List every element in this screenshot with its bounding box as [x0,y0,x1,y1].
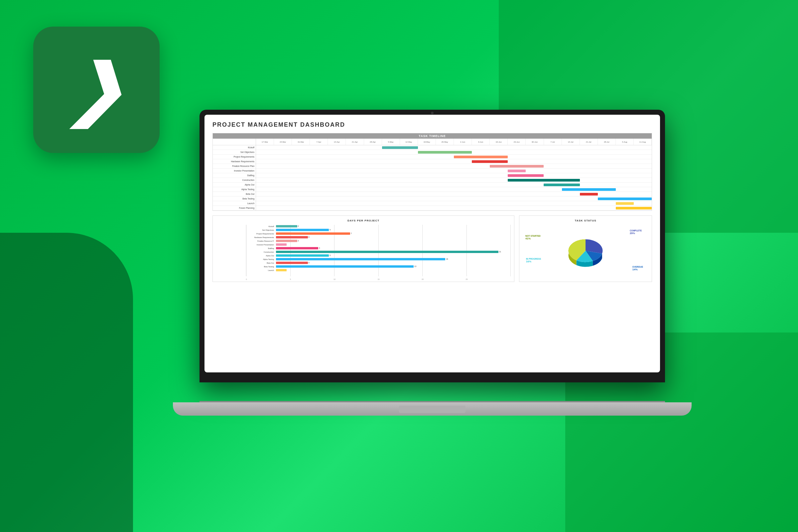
gantt-date-col: 31-Mar [292,139,310,145]
gantt-row [256,173,652,178]
pie-chart-title: TASK STATUS [523,219,648,222]
bar-track: 5 [276,229,329,231]
gantt-label-row: Launch [213,201,256,206]
gantt-bar [472,160,508,163]
gantt-label-header [213,139,256,145]
gantt-label-row: Beta Testing [213,196,256,201]
gantt-header: TASK TIMELINE [213,133,652,139]
bar-track: 3 [276,236,308,239]
gantt-bar [508,174,544,177]
gantt-date-col: 23-Jun [508,139,526,145]
gantt-row [256,169,652,173]
gantt-row [256,196,652,201]
bar-label: Launch [246,269,275,271]
pie-label-complete: COMPLETE29% [630,229,642,235]
gantt-date-col: 14-Jul [562,139,580,145]
bar-label: Hardware Requirements [246,236,275,239]
bar-track: 7 [276,232,350,235]
webcam [431,112,434,114]
gantt-row [256,178,652,183]
bar-chart-title: DAYS PER PROJECT [216,219,511,222]
gantt-date-col: 28-Apr [364,139,382,145]
bar-label: Investor Presentation [246,244,275,246]
bar-track: 2 [276,240,297,242]
gantt-date-col: 24-Mar [274,139,292,145]
laptop-screen-bezel: PROJECT MANAGEMENT DASHBOARD TASK TIMELI… [200,110,665,382]
bar-track: 4 [276,247,318,249]
laptop-screen: PROJECT MANAGEMENT DASHBOARD TASK TIMELI… [205,115,660,373]
bar-track: 21 [276,251,498,253]
gantt-bar [490,165,544,168]
bar-label: Finalize Resource P. [246,240,275,242]
gantt-body: Kickoff Set Objectives Project Requireme… [213,139,652,210]
bar-chart-row: Launch [246,269,511,272]
gantt-date-col: 28-Jul [598,139,616,145]
pie-svg [559,227,612,274]
gantt-label-row: Finalize Resource Plan [213,164,256,169]
gantt-bar [454,156,508,158]
gantt-bar [544,184,580,186]
bar-track: 5 [276,254,329,257]
gantt-row [256,155,652,159]
gantt-date-col: 30-Jun [526,139,544,145]
gantt-label-row: Alpha Testing [213,187,256,192]
dashboard: PROJECT MANAGEMENT DASHBOARD TASK TIMELI… [205,115,660,373]
gantt-date-col: 2-Jun [454,139,472,145]
bar-chart-row: Alpha Testing16 [246,258,511,261]
gantt-date-col: 9-Jun [472,139,490,145]
gantt-bar [508,179,580,182]
gantt-bar [382,146,418,149]
bar-chart-row: Construction21 [246,250,511,253]
bar-track [276,269,287,271]
bar-value-label: 13 [414,265,416,267]
bar-label: Beta Testing [246,266,275,268]
gantt-label-row: Alpha Out [213,183,256,187]
gantt-label-row: Staffing [213,173,256,178]
bar-value-label: 7 [351,232,352,234]
bar-label: Alpha Out [246,255,275,257]
bar-chart-row: Beta Testing13 [246,265,511,268]
gantt-date-col: 12-May [400,139,418,145]
gantt-label-row: Project Requirements [213,155,256,159]
gantt-row [256,183,652,187]
bar-chart-area: 0510152025Kickoff2Set Objectives5Project… [216,225,511,276]
bar-value-label: 5 [329,229,330,231]
laptop-wrapper: PROJECT MANAGEMENT DASHBOARD TASK TIMELI… [116,60,748,466]
gantt-row [256,206,652,210]
gantt-bar [598,197,652,200]
dashboard-title: PROJECT MANAGEMENT DASHBOARD [212,121,652,128]
gantt-date-col: 7-Apr [310,139,328,145]
bar-track: 16 [276,258,445,260]
bar-chart-row: Project Requirements7 [246,232,511,235]
pie-container: COMPLETE29% OVERDUE14% IN PROGRESS16% NO… [523,225,648,276]
laptop-trackpad [399,406,466,413]
bar-value-label: 16 [446,258,448,260]
charts-row: DAYS PER PROJECT 0510152025Kickoff2Set O… [212,215,652,282]
bar-chart-box: DAYS PER PROJECT 0510152025Kickoff2Set O… [212,215,514,282]
bar-value-label: 5 [329,254,330,256]
bar-chart-row: Hardware Requirements3 [246,236,511,239]
gantt-date-col: 17-Mar [256,139,274,145]
gantt-label-row: Future Planning [213,206,256,210]
bar-track: 2 [276,225,297,227]
gantt-row [256,159,652,164]
pie-chart-box: TASK STATUS COMPLETE29% OVERDUE14% IN PR… [519,215,652,282]
bar-chart-row: Kickoff2 [246,225,511,228]
bar-track: 13 [276,265,414,268]
gantt-bar [562,188,616,191]
pie-label-overdue: OVERDUE14% [632,266,643,271]
gantt-row [256,150,652,155]
pie-label-notstarted: NOT STARTED41% [525,235,540,240]
bar-value-label: 3 [308,262,309,264]
bar-chart-row: Beta Out3 [246,261,511,264]
gantt-date-row: 17-Mar24-Mar31-Mar7-Apr14-Apr21-Apr28-Ap… [256,139,652,145]
gantt-row [256,187,652,192]
bar-chart-row: Finalize Resource P.2 [246,240,511,242]
gantt-date-col: 26-May [436,139,454,145]
bar-label: Beta Out [246,262,275,264]
bar-label: Staffing [246,247,275,249]
bar-value-label: 4 [319,247,320,249]
gantt-bar [418,151,472,154]
gantt-date-col: 21-Apr [346,139,364,145]
bar-label: Kickoff [246,225,275,227]
